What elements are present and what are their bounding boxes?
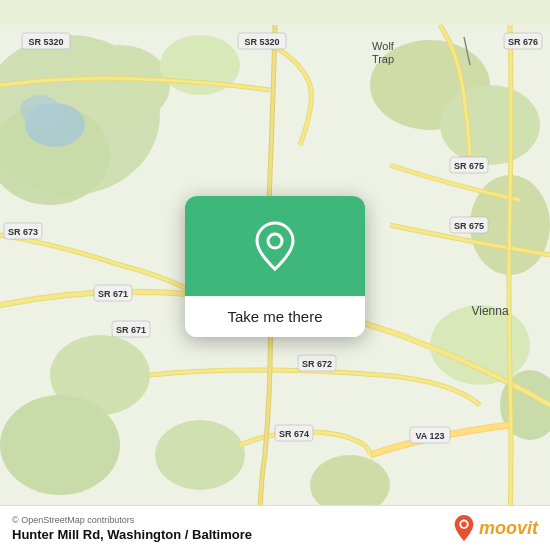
popup-map-section: [185, 196, 365, 296]
svg-text:Trap: Trap: [372, 53, 394, 65]
take-me-there-button[interactable]: Take me there: [227, 308, 322, 325]
svg-text:Vienna: Vienna: [471, 304, 508, 318]
svg-text:SR 673: SR 673: [8, 227, 38, 237]
osm-credit: © OpenStreetMap contributors: [12, 515, 252, 525]
svg-point-3: [70, 45, 170, 125]
svg-point-11: [0, 395, 120, 495]
svg-point-42: [268, 234, 282, 248]
svg-text:VA 123: VA 123: [415, 431, 444, 441]
moovit-brand-text: moovit: [479, 518, 538, 539]
svg-text:SR 5320: SR 5320: [28, 37, 63, 47]
bottom-left-info: © OpenStreetMap contributors Hunter Mill…: [12, 515, 252, 542]
svg-text:SR 671: SR 671: [98, 289, 128, 299]
bottom-bar: © OpenStreetMap contributors Hunter Mill…: [0, 505, 550, 550]
svg-text:Wolf: Wolf: [372, 40, 395, 52]
svg-text:SR 674: SR 674: [279, 429, 309, 439]
moovit-pin-icon: [453, 514, 475, 542]
svg-text:SR 675: SR 675: [454, 221, 484, 231]
svg-text:SR 676: SR 676: [508, 37, 538, 47]
svg-text:SR 675: SR 675: [454, 161, 484, 171]
location-name: Hunter Mill Rd, Washington / Baltimore: [12, 527, 252, 542]
svg-text:SR 672: SR 672: [302, 359, 332, 369]
moovit-logo: moovit: [453, 514, 538, 542]
popup-button-section[interactable]: Take me there: [185, 296, 365, 337]
popup-card: Take me there: [185, 196, 365, 337]
svg-point-12: [155, 420, 245, 490]
svg-text:SR 671: SR 671: [116, 325, 146, 335]
svg-text:SR 5320: SR 5320: [244, 37, 279, 47]
location-pin-icon: [253, 224, 297, 268]
svg-point-6: [440, 85, 540, 165]
map-container: SR 5320 SR 5320 SR 676 SR 675 SR 675 SR …: [0, 0, 550, 550]
svg-point-44: [461, 521, 467, 527]
svg-point-15: [20, 95, 60, 125]
